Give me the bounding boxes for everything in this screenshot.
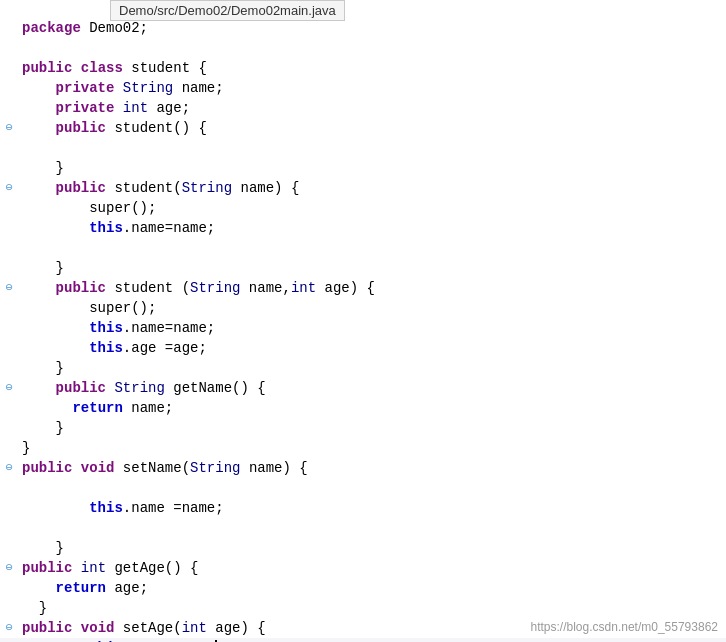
line-text: private int age; <box>18 98 190 118</box>
code-line: } <box>0 358 726 378</box>
code-line: ⊖public void setName(String name) { <box>0 458 726 478</box>
code-line: super(); <box>0 298 726 318</box>
code-line <box>0 138 726 158</box>
line-text: public student(String name) { <box>18 178 299 198</box>
line-gutter[interactable]: ⊖ <box>0 278 18 298</box>
code-line: ⊖public int getAge() { <box>0 558 726 578</box>
line-text: public student() { <box>18 118 207 138</box>
code-line: } <box>0 538 726 558</box>
line-text: } <box>18 158 64 178</box>
line-text: package Demo02; <box>18 18 148 38</box>
line-gutter[interactable]: ⊖ <box>0 378 18 398</box>
code-line <box>0 518 726 538</box>
line-gutter[interactable]: ⊖ <box>0 178 18 198</box>
line-text: this .age= age; <box>18 638 217 642</box>
line-text: this.age =age; <box>18 338 207 358</box>
line-text: return age; <box>18 578 148 598</box>
line-text: } <box>18 598 47 618</box>
code-line: super(); <box>0 198 726 218</box>
line-text: this.name=name; <box>18 318 215 338</box>
code-line: private String name; <box>0 78 726 98</box>
code-line: ⊖ public String getName() { <box>0 378 726 398</box>
line-text: super(); <box>18 298 156 318</box>
line-text: public void setName(String name) { <box>18 458 308 478</box>
code-line: } <box>0 258 726 278</box>
line-text: public class student { <box>18 58 207 78</box>
line-text: this.name=name; <box>18 218 215 238</box>
code-line: } <box>0 158 726 178</box>
line-gutter[interactable]: ⊖ <box>0 118 18 138</box>
code-line: this .age= age; <box>0 638 726 642</box>
code-line: private int age; <box>0 98 726 118</box>
line-text: super(); <box>18 198 156 218</box>
code-content: package Demo02;public class student { pr… <box>0 0 726 642</box>
code-line: package Demo02; <box>0 18 726 38</box>
code-line: ⊖ public student (String name,int age) { <box>0 278 726 298</box>
line-gutter[interactable]: ⊖ <box>0 558 18 578</box>
line-text: } <box>18 358 64 378</box>
code-line: this.name=name; <box>0 218 726 238</box>
line-text: public String getName() { <box>18 378 266 398</box>
line-text: } <box>18 438 30 458</box>
line-text: } <box>18 258 64 278</box>
line-text: this.name =name; <box>18 498 224 518</box>
line-text: public student (String name,int age) { <box>18 278 375 298</box>
file-path-tooltip: Demo/src/Demo02/Demo02main.java <box>110 0 345 21</box>
code-line: this.name=name; <box>0 318 726 338</box>
code-line <box>0 238 726 258</box>
code-line: } <box>0 418 726 438</box>
code-line <box>0 38 726 58</box>
line-gutter[interactable]: ⊖ <box>0 618 18 638</box>
watermark: https://blog.csdn.net/m0_55793862 <box>531 620 718 634</box>
line-text: } <box>18 538 64 558</box>
code-line: public class student { <box>0 58 726 78</box>
code-line: return name; <box>0 398 726 418</box>
code-line: } <box>0 438 726 458</box>
line-text: } <box>18 418 64 438</box>
line-text: public void setAge(int age) { <box>18 618 266 638</box>
code-line <box>0 478 726 498</box>
line-text: private String name; <box>18 78 224 98</box>
code-editor: Demo/src/Demo02/Demo02main.java package … <box>0 0 726 642</box>
line-text: return name; <box>18 398 173 418</box>
code-line: this.age =age; <box>0 338 726 358</box>
code-line: } <box>0 598 726 618</box>
code-line: ⊖ public student(String name) { <box>0 178 726 198</box>
line-text: public int getAge() { <box>18 558 198 578</box>
line-gutter[interactable]: ⊖ <box>0 458 18 478</box>
code-line: this.name =name; <box>0 498 726 518</box>
code-line: return age; <box>0 578 726 598</box>
code-line: ⊖ public student() { <box>0 118 726 138</box>
